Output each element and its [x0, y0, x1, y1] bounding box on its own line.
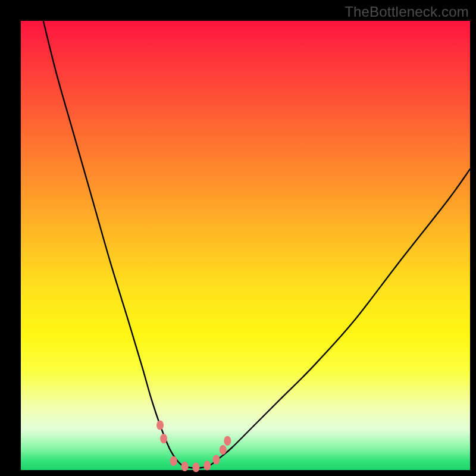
curve-marker — [156, 420, 164, 430]
curve-marker — [224, 436, 231, 446]
bottleneck-curve — [43, 21, 470, 468]
curve-marker — [192, 462, 199, 472]
chart-frame: TheBottleneck.com — [0, 0, 476, 476]
curve-marker — [203, 461, 211, 470]
plot-area — [21, 21, 470, 470]
curve-marker — [160, 434, 167, 443]
curve-marker — [170, 456, 177, 466]
curve-marker — [212, 455, 220, 465]
watermark-text: TheBottleneck.com — [345, 4, 469, 20]
curve-marker — [220, 445, 227, 455]
curve-marker — [181, 462, 189, 471]
chart-svg-overlay — [21, 21, 470, 470]
